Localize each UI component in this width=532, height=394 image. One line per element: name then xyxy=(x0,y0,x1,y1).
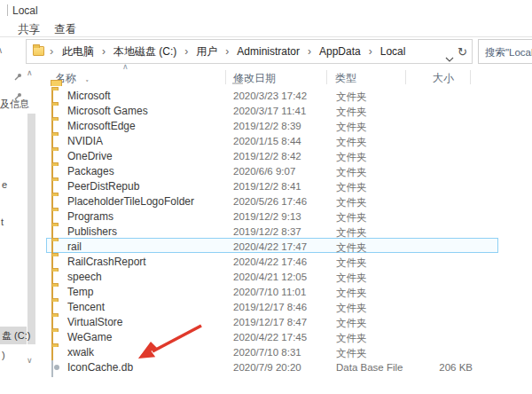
pin-icon xyxy=(13,69,23,85)
file-name[interactable]: Tencent xyxy=(67,301,105,313)
refresh-icon[interactable]: ↻ xyxy=(458,45,467,59)
file-date-modified: 2020/1/15 8:44 xyxy=(233,136,301,146)
breadcrumb-separator: › xyxy=(305,45,314,58)
file-name[interactable]: Packages xyxy=(67,165,114,177)
file-date-modified: 2019/12/2 8:39 xyxy=(233,121,301,131)
nav-item-fragment[interactable]: 及信息 xyxy=(0,98,29,111)
breadcrumb-item[interactable]: 本地磁盘 (C:) xyxy=(108,44,182,59)
tab-view[interactable]: 查看 xyxy=(54,22,76,37)
table-row[interactable]: RailCrashReport 2020/4/22 17:46 文件夹 xyxy=(46,253,498,268)
nav-item-fragment[interactable]: e xyxy=(2,179,7,190)
search-placeholder[interactable]: 搜索"Local" xyxy=(485,46,532,59)
file-name[interactable]: Temp xyxy=(67,286,93,298)
file-date-modified: 2020/4/22 17:47 xyxy=(233,241,307,252)
up-button-fragment[interactable]: ∧ xyxy=(0,45,3,55)
file-name[interactable]: Programs xyxy=(67,210,113,223)
window-title: Local xyxy=(12,4,38,17)
clipped-text-fragment xyxy=(232,83,243,84)
file-name[interactable]: xwalk xyxy=(67,346,94,359)
breadcrumb-separator: › xyxy=(366,45,375,58)
nav-scroll-down-icon[interactable]: ∨ xyxy=(27,356,33,365)
file-date-modified: 2020/7/10 11:01 xyxy=(233,287,306,297)
breadcrumb-item[interactable]: 此电脑 xyxy=(57,44,99,59)
table-row[interactable]: OneDrive 2019/12/2 8:42 文件夹 xyxy=(46,147,498,162)
table-row[interactable]: Packages 2020/6/6 9:07 文件夹 xyxy=(46,162,498,177)
table-row[interactable]: xwalk 2020/7/10 8:31 文件夹 xyxy=(46,343,498,359)
file-name[interactable]: VirtualStore xyxy=(67,316,122,328)
file-date-modified: 2020/4/22 17:45 xyxy=(233,332,307,343)
breadcrumb-separator: › xyxy=(182,45,191,58)
file-name[interactable]: OneDrive xyxy=(67,150,113,162)
explorer-window: Local 共享 查看 ∧ › 此电脑›本地磁盘 (C:)›用户›Adminis… xyxy=(0,0,532,394)
table-row[interactable]: Tencent 2019/12/17 8:46 文件夹 xyxy=(46,298,498,313)
file-date-modified: 2019/12/2 8:42 xyxy=(233,151,301,162)
file-size: 206 KB xyxy=(384,362,473,373)
file-name[interactable]: RailCrashReport xyxy=(67,256,146,268)
table-row[interactable]: IconCache.db 2020/7/9 20:20 Data Base Fi… xyxy=(46,359,498,374)
file-name[interactable]: Publishers xyxy=(67,225,117,238)
database-file-icon xyxy=(51,360,53,377)
table-row[interactable]: Programs 2019/12/2 9:13 文件夹 xyxy=(46,208,498,223)
file-name[interactable]: Microsoft Games xyxy=(67,105,148,117)
table-row[interactable]: Microsoft 2020/3/23 17:42 文件夹 xyxy=(46,87,498,102)
file-date-modified: 2019/12/17 8:47 xyxy=(233,317,307,327)
table-row[interactable]: PeerDistRepub 2019/12/2 8:41 文件夹 xyxy=(46,177,498,193)
file-date-modified: 2019/12/2 9:13 xyxy=(233,211,301,222)
table-row[interactable]: Temp 2020/7/10 11:01 文件夹 xyxy=(46,283,498,298)
file-name[interactable]: speech xyxy=(67,271,102,283)
file-date-modified: 2020/7/9 20:20 xyxy=(233,362,301,373)
clipped-text-fragment: v xyxy=(85,80,90,83)
file-date-modified: 2020/7/10 8:31 xyxy=(233,347,301,358)
file-date-modified: 2020/4/22 17:46 xyxy=(233,256,307,267)
breadcrumb-separator: › xyxy=(99,45,108,58)
table-row[interactable]: rail 2020/4/22 17:47 文件夹 xyxy=(46,238,498,253)
titlebar-separator xyxy=(7,4,8,16)
file-date-modified: 2020/6/6 9:07 xyxy=(233,166,295,177)
file-name[interactable]: MicrosoftEdge xyxy=(67,120,136,132)
file-date-modified: 2019/12/2 8:41 xyxy=(233,181,301,192)
sort-ascending-icon: ∧ xyxy=(122,62,129,71)
nav-item-fragment-local-disk[interactable]: 盘 (C:) xyxy=(2,329,30,343)
nav-scroll-up-icon[interactable]: ∧ xyxy=(27,68,33,77)
address-folder-icon xyxy=(33,46,44,56)
table-row[interactable]: VirtualStore 2019/12/17 8:47 文件夹 xyxy=(46,313,498,328)
breadcrumb: 此电脑›本地磁盘 (C:)›用户›Administrator›AppData›L… xyxy=(57,39,411,64)
table-row[interactable]: MicrosoftEdge 2019/12/2 8:39 文件夹 xyxy=(46,117,498,132)
nav-item-fragment[interactable]: t xyxy=(1,217,4,227)
nav-item-fragment[interactable]: ) xyxy=(2,350,5,360)
table-row[interactable]: NVIDIA 2020/1/15 8:44 文件夹 xyxy=(46,132,498,147)
breadcrumb-separator: › xyxy=(223,45,231,58)
file-date-modified: 2020/3/23 17:42 xyxy=(233,91,307,101)
file-name[interactable]: PlaceholderTileLogoFolder xyxy=(67,195,194,208)
file-date-modified: 2020/4/21 12:05 xyxy=(233,272,307,282)
file-date-modified: 2020/5/26 17:46 xyxy=(233,196,307,207)
breadcrumb-item[interactable]: Administrator xyxy=(231,45,305,58)
breadcrumb-root-separator: › xyxy=(50,44,53,58)
file-name[interactable]: rail xyxy=(67,240,82,253)
tab-share[interactable]: 共享 xyxy=(18,22,40,37)
ribbon-divider xyxy=(0,36,532,37)
breadcrumb-item[interactable]: AppData xyxy=(314,45,366,58)
file-date-modified: 2020/3/17 11:41 xyxy=(233,106,306,116)
file-list: Microsoft 2020/3/23 17:42 文件夹 Microsoft … xyxy=(46,87,500,374)
address-dropdown-chevron-icon[interactable] xyxy=(445,50,454,66)
breadcrumb-item[interactable]: 用户 xyxy=(191,44,223,59)
table-row[interactable]: PlaceholderTileLogoFolder 2020/5/26 17:4… xyxy=(46,193,498,208)
nav-scrollbar[interactable] xyxy=(27,114,35,344)
breadcrumb-item[interactable]: Local xyxy=(375,45,411,58)
file-name[interactable]: Microsoft xyxy=(67,90,111,102)
file-date-modified: 2019/12/17 8:46 xyxy=(233,302,307,312)
file-name[interactable]: PeerDistRepub xyxy=(67,180,139,193)
file-date-modified: 2019/12/2 8:37 xyxy=(233,226,301,237)
file-name[interactable]: IconCache.db xyxy=(67,361,133,374)
table-row[interactable]: Microsoft Games 2020/3/17 11:41 文件夹 xyxy=(46,102,498,117)
file-name[interactable]: WeGame xyxy=(67,331,112,343)
row-icon xyxy=(51,361,53,377)
folder-icon xyxy=(51,80,62,86)
table-row[interactable]: WeGame 2020/4/22 17:45 文件夹 xyxy=(46,328,498,343)
clipped-row-remnant: v xyxy=(46,80,472,86)
table-row[interactable]: speech 2020/4/21 12:05 文件夹 xyxy=(46,268,498,283)
table-row[interactable]: Publishers 2019/12/2 8:37 文件夹 xyxy=(46,223,498,238)
file-name[interactable]: NVIDIA xyxy=(67,135,103,147)
